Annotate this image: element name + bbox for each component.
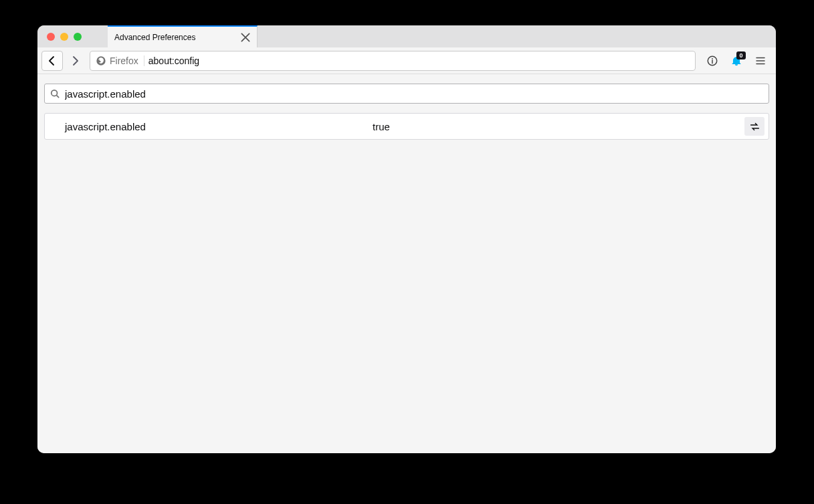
arrow-right-icon (70, 55, 80, 66)
window-controls (37, 25, 108, 47)
pref-value: true (373, 121, 744, 132)
pref-name: javascript.enabled (65, 121, 373, 132)
window-close-button[interactable] (47, 33, 55, 41)
navigation-toolbar: Firefox 0 (37, 47, 776, 74)
pref-search-input[interactable] (65, 88, 763, 100)
tab-advanced-preferences[interactable]: Advanced Preferences (108, 25, 258, 47)
notifications-button[interactable]: 0 (725, 51, 748, 71)
tab-title: Advanced Preferences (114, 33, 239, 42)
pref-search-box[interactable] (44, 84, 769, 104)
app-menu-button[interactable] (749, 51, 772, 71)
svg-point-2 (52, 90, 58, 96)
about-config-content: javascript.enabled true (37, 74, 776, 453)
url-bar[interactable]: Firefox (90, 51, 696, 71)
tab-strip: Advanced Preferences (37, 25, 776, 47)
notification-badge: 0 (736, 51, 746, 59)
search-icon (50, 89, 60, 98)
window-zoom-button[interactable] (74, 33, 82, 41)
page-info-button[interactable] (701, 51, 724, 71)
arrow-left-icon (47, 55, 58, 66)
window-minimize-button[interactable] (60, 33, 68, 41)
browser-window: Advanced Preferences Firefox 0 (37, 25, 776, 453)
info-icon (706, 55, 718, 67)
svg-point-1 (712, 58, 713, 59)
toggle-icon (749, 121, 760, 132)
firefox-icon (96, 55, 106, 66)
forward-button (64, 51, 86, 71)
identity-label: Firefox (110, 55, 138, 66)
identity-box[interactable]: Firefox (96, 55, 144, 66)
url-input[interactable] (148, 55, 692, 66)
back-button[interactable] (41, 51, 63, 71)
pref-row: javascript.enabled true (44, 113, 769, 140)
hamburger-icon (754, 55, 767, 67)
pref-toggle-button[interactable] (744, 117, 765, 136)
tab-close-button[interactable] (239, 31, 251, 43)
close-icon (239, 31, 251, 43)
